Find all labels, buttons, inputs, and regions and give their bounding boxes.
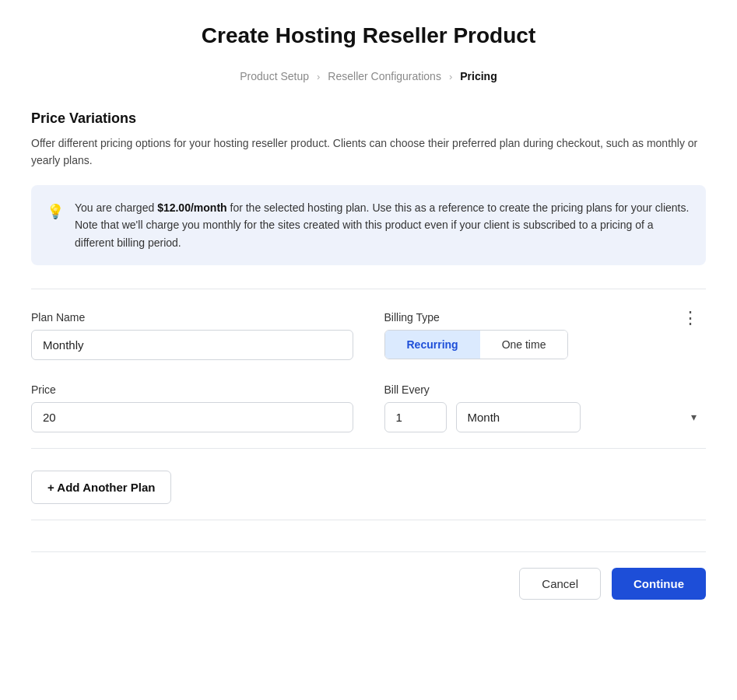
plan-name-input[interactable] bbox=[31, 330, 353, 360]
info-box-text: You are charged $12.00/month for the sel… bbox=[75, 199, 690, 251]
bottom-actions: Cancel Continue bbox=[31, 551, 706, 600]
bill-every-label: Bill Every bbox=[384, 383, 707, 396]
bill-every-group: Bill Every Month Year Week Day ▾ bbox=[384, 383, 707, 432]
page-title: Create Hosting Reseller Product bbox=[31, 23, 706, 48]
cancel-button[interactable]: Cancel bbox=[519, 568, 601, 600]
plan-name-group: Plan Name bbox=[31, 311, 353, 360]
bill-every-period-wrapper: Month Year Week Day ▾ bbox=[456, 402, 707, 432]
price-input[interactable] bbox=[31, 402, 353, 432]
price-group: Price bbox=[31, 383, 353, 432]
bill-every-number-input[interactable] bbox=[384, 402, 447, 432]
divider-middle bbox=[31, 448, 706, 449]
plan-grid: Plan Name Billing Type Recurring One tim… bbox=[31, 311, 706, 432]
billing-type-toggle: Recurring One time bbox=[384, 330, 569, 359]
divider-top bbox=[31, 289, 706, 289]
continue-button[interactable]: Continue bbox=[612, 568, 706, 600]
billing-type-group: Billing Type Recurring One time bbox=[384, 311, 707, 359]
billing-one-time-button[interactable]: One time bbox=[480, 331, 568, 359]
breadcrumb-chevron-1: › bbox=[317, 71, 320, 82]
bill-every-period-select[interactable]: Month Year Week Day bbox=[456, 402, 581, 432]
price-variations-title: Price Variations bbox=[31, 110, 706, 127]
breadcrumb: Product Setup › Reseller Configurations … bbox=[31, 70, 706, 82]
plan-section: ⋮ Plan Name Billing Type Recurring One t… bbox=[31, 311, 706, 432]
billing-recurring-button[interactable]: Recurring bbox=[385, 331, 480, 359]
price-variations-description: Offer different pricing options for your… bbox=[31, 135, 706, 170]
info-icon: 💡 bbox=[47, 201, 64, 223]
price-label: Price bbox=[31, 383, 353, 396]
breadcrumb-chevron-2: › bbox=[449, 71, 452, 82]
billing-type-label: Billing Type bbox=[384, 311, 707, 324]
chevron-down-icon: ▾ bbox=[691, 411, 697, 423]
add-another-plan-button[interactable]: + Add Another Plan bbox=[31, 471, 171, 504]
breadcrumb-reseller-config: Reseller Configurations bbox=[328, 70, 441, 82]
more-options-button[interactable]: ⋮ bbox=[676, 305, 706, 331]
breadcrumb-product-setup: Product Setup bbox=[240, 70, 309, 82]
bill-every-row: Month Year Week Day ▾ bbox=[384, 402, 707, 432]
info-box: 💡 You are charged $12.00/month for the s… bbox=[31, 185, 706, 265]
plan-name-label: Plan Name bbox=[31, 311, 353, 324]
divider-bottom bbox=[31, 520, 706, 520]
breadcrumb-pricing: Pricing bbox=[460, 70, 497, 82]
